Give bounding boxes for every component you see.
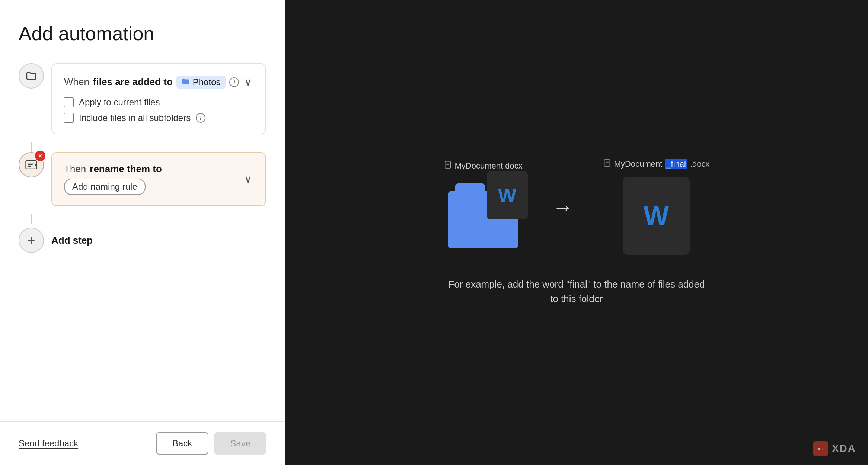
after-filename: MyDocument_final.docx xyxy=(603,159,710,169)
after-doc-icon-small xyxy=(603,159,611,169)
connector-line-2 xyxy=(31,214,32,224)
left-panel: Add automation When files are added to xyxy=(0,0,285,465)
after-filename-before: MyDocument xyxy=(614,159,663,169)
word-doc-overlay: W xyxy=(487,171,528,219)
rename-label: rename them to xyxy=(90,163,162,175)
svg-text:XD: XD xyxy=(818,447,823,451)
after-filename-after: .docx xyxy=(690,159,710,169)
remove-action-badge[interactable]: × xyxy=(35,151,45,161)
action-step-card: Then rename them to Add naming rule ∨ xyxy=(51,152,266,206)
include-subfolders-label: Include files in all subfolders xyxy=(79,113,191,123)
trigger-step-card: When files are added to Photos i xyxy=(51,63,266,134)
action-step-row: Then rename them to Add naming rule ∨ xyxy=(64,163,253,195)
before-folder-doc: W xyxy=(446,179,520,253)
files-demo: MyDocument.docx W → xyxy=(444,159,710,255)
trigger-step-icon[interactable] xyxy=(19,63,44,89)
footer-actions: Back Save xyxy=(156,432,266,455)
add-step-label: Add step xyxy=(51,235,93,246)
trigger-chevron-btn[interactable]: ∨ xyxy=(243,74,253,90)
when-label: When xyxy=(64,76,89,88)
transform-arrow: → xyxy=(552,195,573,219)
trigger-icon-wrapper xyxy=(19,63,44,89)
include-subfolders-row[interactable]: Include files in all subfolders i xyxy=(64,113,253,123)
trigger-step-row: When files are added to Photos i xyxy=(64,74,253,90)
subfolders-info-icon[interactable]: i xyxy=(196,113,205,123)
apply-current-label: Apply to current files xyxy=(79,97,160,108)
after-word-doc: W xyxy=(623,177,690,255)
action-step-container: × Then rename them to Add naming rule ∨ xyxy=(19,152,266,206)
preview-area: MyDocument.docx W → xyxy=(444,159,710,306)
folder-badge[interactable]: Photos xyxy=(176,76,226,89)
connector-line-1 xyxy=(31,142,32,152)
folder-icon xyxy=(182,78,190,86)
back-btn[interactable]: Back xyxy=(156,432,208,455)
before-filename: MyDocument.docx xyxy=(444,161,523,171)
save-btn: Save xyxy=(214,432,266,455)
before-doc-icon-small xyxy=(444,161,452,171)
word-w-large-icon: W xyxy=(644,201,669,231)
then-label: Then xyxy=(64,163,86,175)
after-filename-highlighted: _final xyxy=(665,159,687,169)
include-subfolders-checkbox[interactable] xyxy=(64,113,74,123)
word-w-icon: W xyxy=(498,184,516,206)
left-content: Add automation When files are added to xyxy=(0,0,285,421)
xda-logo: XD XDA xyxy=(813,441,856,456)
trigger-step-text: When files are added to Photos i xyxy=(64,76,239,89)
add-step-container[interactable]: + Add step xyxy=(19,228,266,253)
apply-current-row[interactable]: Apply to current files xyxy=(64,97,253,108)
add-step-btn[interactable]: + xyxy=(19,228,44,253)
add-naming-rule-btn[interactable]: Add naming rule xyxy=(64,179,146,195)
action-icon-wrapper: × xyxy=(19,152,44,177)
action-step-text: Then rename them to Add naming rule xyxy=(64,163,243,195)
left-footer: Send feedback Back Save xyxy=(0,421,285,465)
folder-name: Photos xyxy=(193,77,221,87)
svg-rect-6 xyxy=(445,161,450,168)
after-file-item: MyDocument_final.docx W xyxy=(603,159,710,255)
trigger-info-icon[interactable]: i xyxy=(229,77,239,87)
trigger-step-container: When files are added to Photos i xyxy=(19,63,266,134)
action-chevron-btn[interactable]: ∨ xyxy=(243,171,253,187)
apply-current-checkbox[interactable] xyxy=(64,97,74,107)
xda-text: XDA xyxy=(832,443,856,455)
send-feedback-btn[interactable]: Send feedback xyxy=(19,438,78,449)
xda-icon: XD xyxy=(813,441,828,456)
page-title: Add automation xyxy=(19,22,266,45)
svg-rect-10 xyxy=(604,160,610,166)
right-panel: MyDocument.docx W → xyxy=(285,0,868,465)
trigger-step-options: Apply to current files Include files in … xyxy=(64,97,253,123)
description-text: For example, add the word "final" to the… xyxy=(446,277,707,306)
files-added-label: files are added to xyxy=(93,76,173,88)
before-file-item: MyDocument.docx W xyxy=(444,161,523,253)
